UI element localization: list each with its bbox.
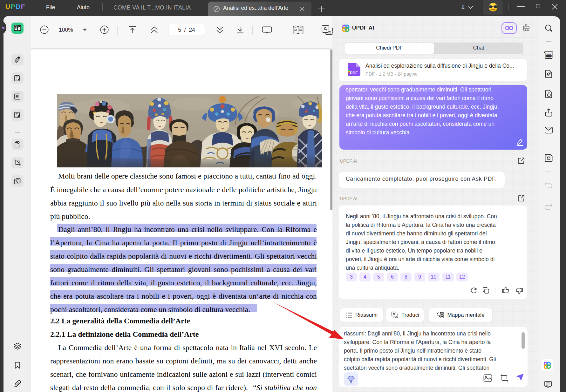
svg-text:OCR: OCR bbox=[547, 55, 552, 57]
svg-text:PDF: PDF bbox=[350, 71, 358, 75]
